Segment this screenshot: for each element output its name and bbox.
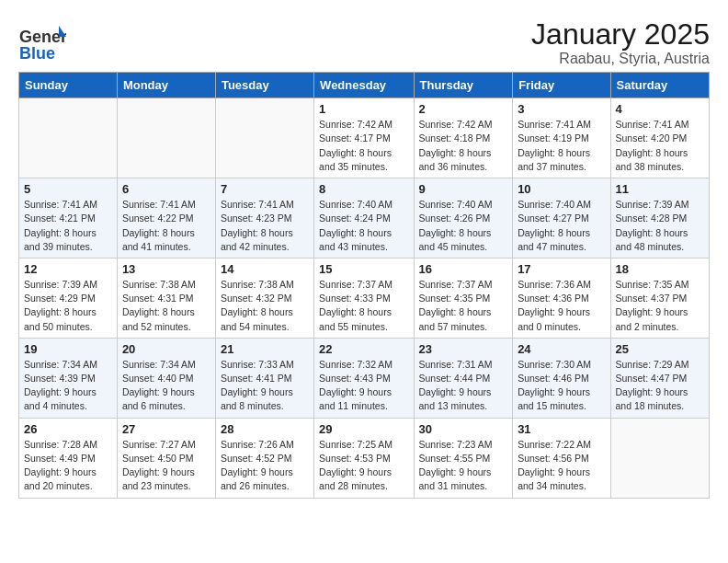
calendar-week-row: 12Sunrise: 7:39 AM Sunset: 4:29 PM Dayli… [19,258,710,338]
day-info: Sunrise: 7:42 AM Sunset: 4:17 PM Dayligh… [319,118,408,174]
calendar-day-cell: 7Sunrise: 7:41 AM Sunset: 4:23 PM Daylig… [215,178,313,259]
weekday-header: Saturday [610,73,709,98]
calendar-day-cell: 27Sunrise: 7:27 AM Sunset: 4:50 PM Dayli… [117,418,215,498]
calendar-day-cell [19,98,118,178]
weekday-header: Friday [513,73,610,98]
day-info: Sunrise: 7:40 AM Sunset: 4:27 PM Dayligh… [518,198,605,254]
day-info: Sunrise: 7:41 AM Sunset: 4:19 PM Dayligh… [518,118,605,174]
day-info: Sunrise: 7:41 AM Sunset: 4:20 PM Dayligh… [616,118,704,174]
day-number: 4 [616,102,704,116]
calendar-day-cell [117,98,215,178]
weekday-header-row: SundayMondayTuesdayWednesdayThursdayFrid… [19,73,710,98]
svg-text:Blue: Blue [19,44,55,63]
day-number: 23 [419,342,508,356]
calendar-day-cell: 2Sunrise: 7:42 AM Sunset: 4:18 PM Daylig… [414,98,513,178]
logo-icon: General Blue [18,18,66,66]
calendar-day-cell: 22Sunrise: 7:32 AM Sunset: 4:43 PM Dayli… [314,338,414,418]
day-number: 28 [221,422,309,436]
day-number: 3 [518,102,605,116]
calendar-day-cell: 25Sunrise: 7:29 AM Sunset: 4:47 PM Dayli… [610,338,709,418]
weekday-header: Sunday [19,73,118,98]
day-number: 9 [419,182,508,196]
calendar-subtitle: Raabau, Styria, Austria [531,51,710,67]
day-number: 25 [616,342,704,356]
day-info: Sunrise: 7:23 AM Sunset: 4:55 PM Dayligh… [419,438,508,494]
day-info: Sunrise: 7:33 AM Sunset: 4:41 PM Dayligh… [221,358,309,414]
calendar-table: SundayMondayTuesdayWednesdayThursdayFrid… [18,72,710,498]
calendar-day-cell: 20Sunrise: 7:34 AM Sunset: 4:40 PM Dayli… [117,338,215,418]
day-number: 17 [518,262,605,276]
day-number: 29 [319,422,408,436]
day-info: Sunrise: 7:22 AM Sunset: 4:56 PM Dayligh… [518,438,605,494]
day-info: Sunrise: 7:32 AM Sunset: 4:43 PM Dayligh… [319,358,408,414]
day-number: 26 [24,422,112,436]
day-info: Sunrise: 7:34 AM Sunset: 4:39 PM Dayligh… [24,358,112,414]
day-number: 2 [419,102,508,116]
calendar-day-cell: 24Sunrise: 7:30 AM Sunset: 4:46 PM Dayli… [513,338,610,418]
calendar-day-cell: 16Sunrise: 7:37 AM Sunset: 4:35 PM Dayli… [414,258,513,338]
day-number: 27 [122,422,210,436]
day-info: Sunrise: 7:35 AM Sunset: 4:37 PM Dayligh… [616,278,704,334]
day-number: 1 [319,102,408,116]
day-info: Sunrise: 7:39 AM Sunset: 4:28 PM Dayligh… [616,198,704,254]
day-info: Sunrise: 7:31 AM Sunset: 4:44 PM Dayligh… [419,358,508,414]
calendar-day-cell: 17Sunrise: 7:36 AM Sunset: 4:36 PM Dayli… [513,258,610,338]
calendar-day-cell: 11Sunrise: 7:39 AM Sunset: 4:28 PM Dayli… [610,178,709,259]
calendar-day-cell: 28Sunrise: 7:26 AM Sunset: 4:52 PM Dayli… [215,418,313,498]
calendar-day-cell: 31Sunrise: 7:22 AM Sunset: 4:56 PM Dayli… [513,418,610,498]
calendar-day-cell: 26Sunrise: 7:28 AM Sunset: 4:49 PM Dayli… [19,418,118,498]
day-info: Sunrise: 7:29 AM Sunset: 4:47 PM Dayligh… [616,358,704,414]
day-info: Sunrise: 7:40 AM Sunset: 4:26 PM Dayligh… [419,198,508,254]
day-number: 16 [419,262,508,276]
calendar-day-cell: 12Sunrise: 7:39 AM Sunset: 4:29 PM Dayli… [19,258,118,338]
day-number: 6 [122,182,210,196]
day-number: 18 [616,262,704,276]
calendar-title: January 2025 [531,18,710,51]
calendar-day-cell: 8Sunrise: 7:40 AM Sunset: 4:24 PM Daylig… [314,178,414,259]
day-info: Sunrise: 7:26 AM Sunset: 4:52 PM Dayligh… [221,438,309,494]
calendar-week-row: 19Sunrise: 7:34 AM Sunset: 4:39 PM Dayli… [19,338,710,418]
calendar-day-cell: 14Sunrise: 7:38 AM Sunset: 4:32 PM Dayli… [215,258,313,338]
day-info: Sunrise: 7:37 AM Sunset: 4:33 PM Dayligh… [319,278,408,334]
day-info: Sunrise: 7:38 AM Sunset: 4:32 PM Dayligh… [221,278,309,334]
day-info: Sunrise: 7:37 AM Sunset: 4:35 PM Dayligh… [419,278,508,334]
calendar-day-cell: 9Sunrise: 7:40 AM Sunset: 4:26 PM Daylig… [414,178,513,259]
day-number: 14 [221,262,309,276]
day-info: Sunrise: 7:41 AM Sunset: 4:23 PM Dayligh… [221,198,309,254]
logo: General Blue [18,18,66,66]
calendar-day-cell: 19Sunrise: 7:34 AM Sunset: 4:39 PM Dayli… [19,338,118,418]
calendar-day-cell: 15Sunrise: 7:37 AM Sunset: 4:33 PM Dayli… [314,258,414,338]
calendar-week-row: 5Sunrise: 7:41 AM Sunset: 4:21 PM Daylig… [19,178,710,259]
day-number: 21 [221,342,309,356]
day-number: 8 [319,182,408,196]
day-number: 24 [518,342,605,356]
day-number: 30 [419,422,508,436]
day-info: Sunrise: 7:36 AM Sunset: 4:36 PM Dayligh… [518,278,605,334]
calendar-day-cell: 4Sunrise: 7:41 AM Sunset: 4:20 PM Daylig… [610,98,709,178]
calendar-day-cell: 3Sunrise: 7:41 AM Sunset: 4:19 PM Daylig… [513,98,610,178]
calendar-day-cell: 6Sunrise: 7:41 AM Sunset: 4:22 PM Daylig… [117,178,215,259]
day-number: 19 [24,342,112,356]
day-number: 11 [616,182,704,196]
calendar-day-cell: 18Sunrise: 7:35 AM Sunset: 4:37 PM Dayli… [610,258,709,338]
calendar-week-row: 26Sunrise: 7:28 AM Sunset: 4:49 PM Dayli… [19,418,710,498]
day-info: Sunrise: 7:25 AM Sunset: 4:53 PM Dayligh… [319,438,408,494]
day-info: Sunrise: 7:38 AM Sunset: 4:31 PM Dayligh… [122,278,210,334]
calendar-day-cell: 13Sunrise: 7:38 AM Sunset: 4:31 PM Dayli… [117,258,215,338]
day-info: Sunrise: 7:42 AM Sunset: 4:18 PM Dayligh… [419,118,508,174]
calendar-day-cell: 10Sunrise: 7:40 AM Sunset: 4:27 PM Dayli… [513,178,610,259]
day-info: Sunrise: 7:41 AM Sunset: 4:21 PM Dayligh… [24,198,112,254]
day-info: Sunrise: 7:41 AM Sunset: 4:22 PM Dayligh… [122,198,210,254]
day-number: 22 [319,342,408,356]
calendar-day-cell [610,418,709,498]
calendar-day-cell: 30Sunrise: 7:23 AM Sunset: 4:55 PM Dayli… [414,418,513,498]
day-number: 20 [122,342,210,356]
day-number: 10 [518,182,605,196]
calendar-day-cell: 21Sunrise: 7:33 AM Sunset: 4:41 PM Dayli… [215,338,313,418]
day-number: 13 [122,262,210,276]
day-number: 15 [319,262,408,276]
calendar-week-row: 1Sunrise: 7:42 AM Sunset: 4:17 PM Daylig… [19,98,710,178]
weekday-header: Thursday [414,73,513,98]
calendar-day-cell: 1Sunrise: 7:42 AM Sunset: 4:17 PM Daylig… [314,98,414,178]
calendar-day-cell [215,98,313,178]
